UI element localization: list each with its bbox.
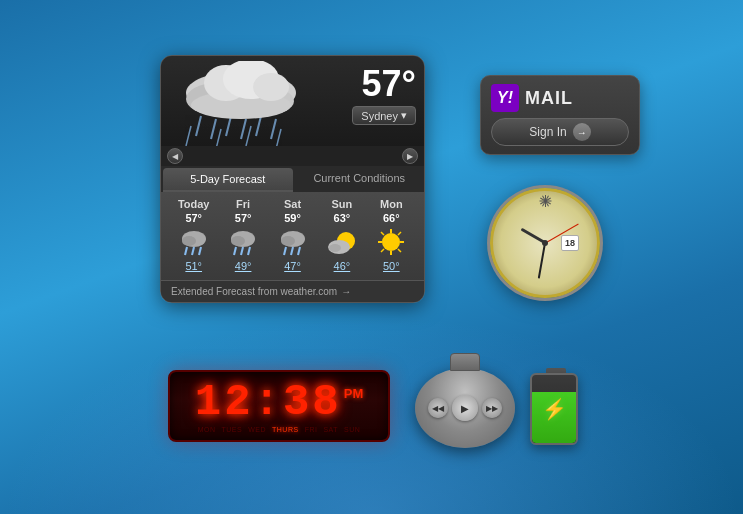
svg-point-18: [182, 236, 196, 246]
forecast-footer[interactable]: Extended Forecast from weather.com →: [161, 280, 424, 302]
forecast-day-sat: Sat 59° 47°: [268, 198, 317, 272]
media-player-body: ◀◀ ▶ ▶▶: [415, 368, 515, 448]
weather-temp-area: 57° Sydney ▾: [352, 66, 416, 125]
battery-widget: ⚡: [530, 368, 582, 448]
digital-days-row: MON TUES WED THURS FRI SAT SUN: [198, 426, 361, 433]
digital-time-text: 12:38: [195, 380, 342, 424]
battery-plug-icon: ⚡: [542, 397, 567, 421]
svg-line-40: [381, 232, 384, 235]
sunny-icon: [376, 227, 406, 257]
weather-widget: 57° Sydney ▾ ◀ ▶ 5-Day Forecast Current …: [160, 55, 425, 303]
svg-line-41: [398, 249, 401, 252]
digital-clock-widget: 12:38 PM MON TUES WED THURS FRI SAT SUN: [168, 370, 390, 442]
rain-icon: [278, 227, 308, 257]
rewind-button[interactable]: ◀◀: [428, 398, 448, 418]
forecast-footer-arrow: →: [341, 286, 351, 297]
play-button[interactable]: ▶: [452, 395, 478, 421]
yahoo-header: Y! MAIL: [491, 84, 629, 112]
rain-icon: [228, 227, 258, 257]
svg-line-25: [241, 247, 243, 255]
svg-line-1: [211, 119, 216, 139]
svg-line-0: [196, 116, 201, 136]
weather-animation: [161, 56, 321, 146]
svg-point-16: [253, 73, 289, 101]
forecast-day-today: Today 57° 51°: [169, 198, 218, 272]
forecast-area: Today 57° 51° Fri 57°: [161, 192, 424, 280]
svg-line-21: [199, 247, 201, 255]
location-button[interactable]: Sydney ▾: [352, 106, 416, 125]
day-tues: TUES: [222, 426, 243, 433]
fast-forward-button[interactable]: ▶▶: [482, 398, 502, 418]
signin-arrow-icon: →: [573, 123, 591, 141]
weather-tabs: 5-Day Forecast Current Conditions: [161, 166, 424, 192]
temperature-display: 57°: [352, 66, 416, 102]
prev-arrow[interactable]: ◀: [167, 148, 183, 164]
svg-line-9: [276, 129, 281, 146]
tab-current-conditions[interactable]: Current Conditions: [295, 166, 425, 192]
media-player-widget: ◀◀ ▶ ▶▶: [415, 368, 515, 448]
svg-line-42: [398, 232, 401, 235]
clock-widget: 18: [490, 188, 600, 298]
clock-minute-hand: [538, 243, 546, 279]
day-sat: SAT: [323, 426, 338, 433]
weather-icon-mon: [367, 224, 416, 260]
svg-line-31: [298, 247, 300, 255]
media-controls: ◀◀ ▶ ▶▶: [428, 395, 502, 421]
plug-icon: ⚡: [542, 398, 567, 420]
svg-line-3: [241, 119, 246, 139]
yahoo-mail-widget: Y! MAIL Sign In →: [480, 75, 640, 155]
svg-line-2: [226, 116, 231, 136]
clock-center-dot: [542, 240, 548, 246]
svg-line-24: [234, 247, 236, 255]
media-cable: [450, 353, 480, 371]
forecast-days: Today 57° 51° Fri 57°: [161, 198, 424, 272]
yahoo-logo: Y!: [491, 84, 519, 112]
svg-point-35: [382, 233, 400, 251]
tab-5day-forecast[interactable]: 5-Day Forecast: [163, 168, 293, 192]
yahoo-mail-label: MAIL: [525, 88, 573, 109]
digital-time-display: 12:38 PM: [195, 380, 364, 424]
svg-line-29: [284, 247, 286, 255]
signin-label: Sign In: [529, 125, 566, 139]
svg-line-20: [192, 247, 194, 255]
day-sun: SUN: [344, 426, 360, 433]
svg-line-4: [256, 116, 261, 136]
digital-ampm-text: PM: [344, 386, 364, 401]
weather-icon-today: [169, 224, 218, 260]
svg-line-26: [248, 247, 250, 255]
forecast-day-fri: Fri 57° 49°: [218, 198, 267, 272]
svg-line-43: [381, 249, 384, 252]
forecast-day-mon: Mon 66° 50°: [367, 198, 416, 272]
svg-line-5: [271, 119, 276, 139]
weather-icon-sun: [317, 224, 366, 260]
rain-icon: [179, 227, 209, 257]
day-wed: WED: [248, 426, 266, 433]
day-fri: FRI: [305, 426, 318, 433]
location-label: Sydney: [361, 110, 398, 122]
svg-line-6: [186, 126, 191, 146]
chevron-down-icon: ▾: [401, 109, 407, 122]
day-mon: MON: [198, 426, 216, 433]
svg-line-30: [291, 247, 293, 255]
weather-icon-fri: [218, 224, 267, 260]
svg-line-8: [246, 126, 251, 146]
yahoo-signin-button[interactable]: Sign In →: [491, 118, 629, 146]
svg-point-28: [281, 236, 295, 246]
svg-point-23: [231, 236, 245, 246]
next-arrow[interactable]: ▶: [402, 148, 418, 164]
forecast-day-sun: Sun 63° 46°: [317, 198, 366, 272]
partly-cloudy-icon: [327, 227, 357, 257]
svg-point-34: [329, 244, 341, 252]
weather-icon-sat: [268, 224, 317, 260]
weather-nav: ◀ ▶: [161, 146, 424, 166]
svg-line-19: [185, 247, 187, 255]
clock-date: 18: [561, 235, 579, 251]
clock-face: 18: [490, 188, 600, 298]
forecast-footer-text: Extended Forecast from weather.com: [171, 286, 337, 297]
weather-top: 57° Sydney ▾: [161, 56, 424, 146]
day-thurs: THURS: [272, 426, 299, 433]
svg-line-7: [216, 129, 221, 146]
cloud-icon: [171, 61, 321, 146]
battery-body: ⚡: [530, 373, 578, 445]
